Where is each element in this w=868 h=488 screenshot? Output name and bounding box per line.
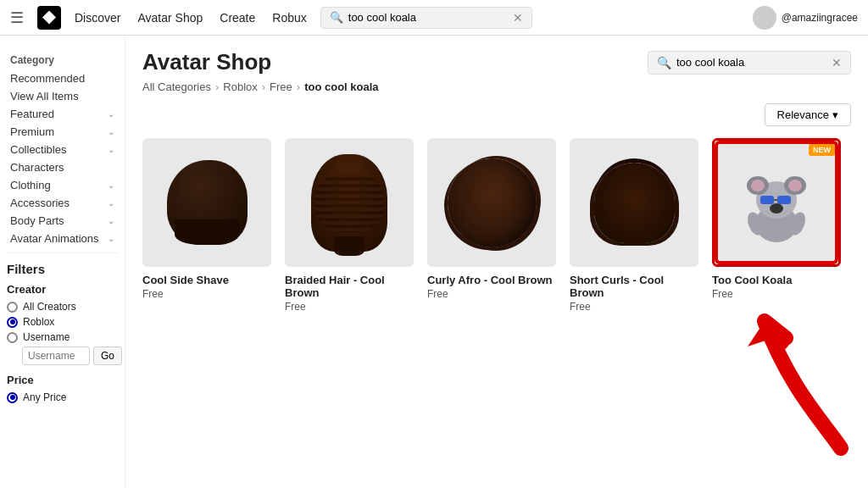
nav-robux[interactable]: Robux — [272, 11, 306, 25]
nav-avatar-shop[interactable]: Avatar Shop — [137, 11, 203, 25]
sort-button[interactable]: Relevance ▾ — [765, 103, 851, 126]
item-price: Free — [427, 288, 556, 300]
sort-label: Relevance — [777, 108, 829, 121]
breadcrumb-sep-1: › — [215, 80, 219, 93]
breadcrumb-roblox[interactable]: Roblox — [223, 80, 257, 93]
item-price: Free — [570, 301, 698, 313]
item-title: Curly Afro - Cool Brown — [427, 274, 556, 286]
clear-search-icon[interactable]: ✕ — [513, 11, 523, 25]
logo-icon[interactable] — [37, 6, 61, 30]
chevron-down-icon: ⌄ — [108, 180, 114, 190]
breadcrumb-sep-3: › — [297, 80, 300, 93]
search-icon: 🔍 — [330, 11, 343, 24]
hair-cool-side-image — [167, 160, 248, 245]
sidebar-item-view-all[interactable]: View All Items — [7, 87, 118, 105]
sidebar-item-collectibles[interactable]: Collectibles ⌄ — [7, 141, 118, 158]
sidebar-item-recommended[interactable]: Recommended — [7, 69, 118, 87]
sidebar-item-clothing[interactable]: Clothing ⌄ — [7, 176, 118, 194]
sort-row: Relevance ▾ — [142, 103, 851, 126]
price-filter-title: Price — [7, 374, 118, 386]
svg-point-5 — [788, 180, 802, 191]
sidebar-item-accessories[interactable]: Accessories ⌄ — [7, 194, 118, 212]
clear-search-icon[interactable]: ✕ — [832, 56, 842, 69]
item-card[interactable]: Curly Afro - Cool Brown Free — [427, 138, 556, 313]
sidebar-label-characters: Characters — [10, 161, 64, 174]
sidebar-label-body-parts: Body Parts — [10, 214, 64, 227]
radio-roblox[interactable] — [7, 317, 18, 328]
creator-filter-title: Creator — [7, 283, 118, 296]
chevron-down-icon: ⌄ — [108, 145, 114, 154]
main-search-bar: 🔍 ✕ — [648, 51, 851, 75]
sidebar-label-accessories: Accessories — [10, 197, 70, 209]
radio-username[interactable] — [7, 332, 18, 343]
item-title: Too Cool Koala — [712, 274, 841, 286]
sidebar-item-body-parts[interactable]: Body Parts ⌄ — [7, 212, 118, 230]
filter-username-label: Username — [23, 331, 70, 343]
chevron-down-icon: ▾ — [832, 108, 838, 121]
chevron-down-icon: ⌄ — [108, 109, 114, 119]
avatar-image — [753, 6, 776, 30]
svg-point-9 — [770, 203, 783, 214]
svg-point-3 — [751, 180, 765, 191]
username-input[interactable] — [22, 347, 90, 365]
nav-links: Discover Avatar Shop Create Robux — [75, 11, 307, 25]
top-search-input[interactable] — [348, 11, 508, 24]
item-price: Free — [285, 301, 414, 313]
sidebar-divider — [7, 252, 118, 253]
chevron-down-icon: ⌄ — [108, 198, 114, 208]
svg-rect-6 — [760, 196, 774, 204]
filter-any-price-label: Any Price — [23, 391, 66, 403]
item-title: Braided Hair - Cool Brown — [285, 274, 414, 299]
sidebar-item-characters[interactable]: Characters — [7, 158, 118, 176]
sidebar-label-view-all: View All Items — [10, 90, 79, 103]
user-avatar-button[interactable]: @amaziingracee — [753, 6, 858, 30]
item-thumbnail — [570, 138, 698, 267]
sidebar-item-avatar-animations[interactable]: Avatar Animations ⌄ — [7, 230, 118, 247]
nav-create[interactable]: Create — [220, 11, 255, 25]
filter-all-creators-label: All Creators — [23, 301, 76, 313]
filter-username[interactable]: Username — [7, 331, 118, 343]
item-thumbnail — [142, 138, 271, 267]
item-card[interactable]: Cool Side Shave Free — [142, 138, 271, 313]
breadcrumb-free[interactable]: Free — [270, 80, 292, 93]
breadcrumb-all-categories[interactable]: All Categories — [142, 80, 211, 93]
sidebar-label-clothing: Clothing — [10, 179, 51, 191]
radio-any-price[interactable] — [7, 392, 18, 403]
top-search-bar: 🔍 ✕ — [320, 7, 532, 29]
item-card[interactable]: Short Curls - Cool Brown Free — [570, 138, 698, 313]
item-thumbnail — [285, 138, 414, 267]
chevron-down-icon: ⌄ — [108, 234, 114, 243]
sidebar: Category Recommended View All Items Feat… — [0, 36, 125, 488]
filter-roblox[interactable]: Roblox — [7, 316, 118, 328]
sidebar-item-featured[interactable]: Featured ⌄ — [7, 105, 118, 123]
chevron-down-icon: ⌄ — [108, 216, 114, 225]
filter-any-price[interactable]: Any Price — [7, 391, 118, 403]
filters-title: Filters — [7, 262, 118, 276]
koala-image — [730, 156, 823, 249]
breadcrumb: All Categories › Roblox › Free › too coo… — [142, 80, 851, 93]
item-card-koala[interactable]: NEW Too Cool Koala Free — [712, 138, 841, 313]
item-card[interactable]: Braided Hair - Cool Brown Free — [285, 138, 414, 313]
items-grid: Cool Side Shave Free Braided Hair - Cool… — [142, 138, 851, 313]
sidebar-label-collectibles: Collectibles — [10, 143, 66, 156]
item-thumbnail — [427, 138, 556, 267]
svg-marker-12 — [748, 321, 786, 347]
hamburger-icon[interactable]: ☰ — [10, 8, 24, 27]
item-price: Free — [712, 288, 841, 300]
item-thumbnail-koala: NEW — [712, 138, 841, 267]
sidebar-label-avatar-animations: Avatar Animations — [10, 232, 99, 245]
red-arrow — [739, 287, 866, 457]
page-title: Avatar Shop — [142, 49, 271, 75]
nav-discover[interactable]: Discover — [75, 11, 120, 25]
go-button[interactable]: Go — [93, 347, 122, 365]
radio-all-creators[interactable] — [7, 302, 18, 313]
main-search-input[interactable] — [676, 56, 826, 69]
sidebar-label-recommended: Recommended — [10, 72, 85, 85]
top-nav: ☰ Discover Avatar Shop Create Robux 🔍 ✕ … — [0, 0, 868, 36]
chevron-down-icon: ⌄ — [108, 127, 114, 136]
page-layout: Category Recommended View All Items Feat… — [0, 36, 868, 488]
sidebar-label-premium: Premium — [10, 125, 54, 138]
sidebar-item-premium[interactable]: Premium ⌄ — [7, 123, 118, 141]
filter-all-creators[interactable]: All Creators — [7, 301, 118, 313]
main-header: Avatar Shop 🔍 ✕ — [142, 49, 851, 75]
